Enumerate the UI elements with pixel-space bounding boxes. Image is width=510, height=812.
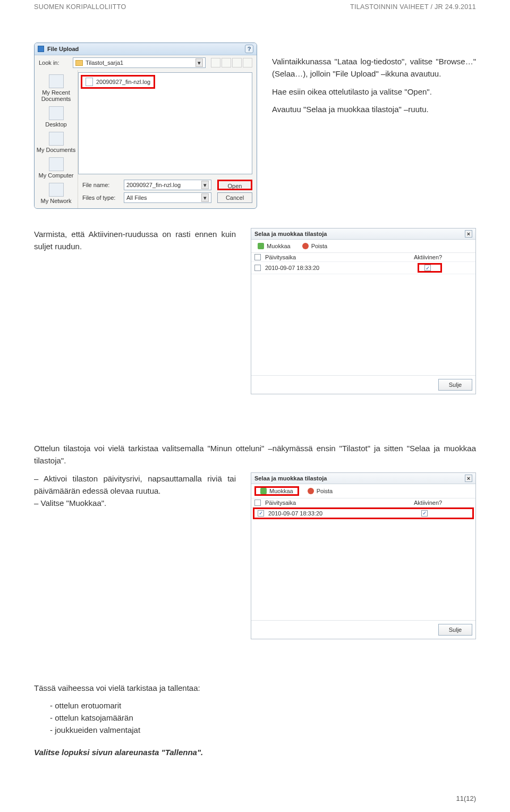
documents-icon: [49, 132, 64, 146]
sulje-button[interactable]: Sulje: [438, 624, 472, 636]
stats-dialog-1: Selaa ja muokkaa tilastoja × Muokkaa Poi…: [251, 228, 476, 394]
plus-icon: [260, 488, 267, 494]
look-in-label: Look in:: [39, 60, 70, 66]
col-header-active: Aktiivinen?: [414, 500, 472, 506]
nav-up-icon[interactable]: [222, 58, 231, 67]
view-menu-icon[interactable]: [243, 58, 252, 67]
poista-button[interactable]: Poista: [299, 242, 331, 250]
file-type-value: All Files: [126, 194, 147, 201]
help-icon[interactable]: ?: [245, 45, 253, 53]
sulje-button[interactable]: Sulje: [438, 379, 472, 391]
doc-header-right: TILASTOINNIN VAIHEET / JR 24.9.2011: [350, 3, 476, 11]
doc-header-left: SUOMEN KORIPALLOLIITTO: [34, 3, 126, 11]
col-header-date: Päivitysaika: [265, 500, 414, 506]
sidebar-mydocs[interactable]: My Documents: [35, 130, 78, 155]
page-number: 11(12): [456, 794, 476, 802]
paragraph-1: Valintaikkunassa "Lataa log-tiedosto", v…: [272, 55, 476, 80]
new-folder-icon[interactable]: [232, 58, 242, 67]
minus-icon: [308, 488, 314, 494]
file-upload-dialog: File Upload ? Look in: Tilastot_sarja1 ▾: [34, 43, 257, 209]
computer-icon: [49, 157, 64, 171]
col-header-date: Päivitysaika: [265, 254, 414, 260]
folder-icon: [75, 60, 83, 66]
paragraph-2: Hae esiin oikea ottelutilasto ja valitse…: [272, 86, 476, 98]
sidebar-network[interactable]: My Network: [35, 181, 78, 206]
bullet-item: Aktivoi tilaston päivitysrivi, napsautta…: [34, 472, 236, 497]
sidebar-desktop[interactable]: Desktop: [35, 104, 78, 130]
file-name-label: File name:: [82, 182, 121, 188]
stats-row[interactable]: ✓ 2010-09-07 18:33:20 ✓: [253, 508, 474, 519]
recent-icon: [49, 74, 64, 88]
stats-dialog-2: Selaa ja muokkaa tilastoja × Muokkaa Poi…: [251, 472, 476, 639]
muokkaa-button[interactable]: Muokkaa: [254, 242, 294, 250]
file-list[interactable]: 20090927_fin-nzl.log: [78, 72, 252, 174]
file-icon: [86, 78, 93, 86]
active-checkbox[interactable]: ✓: [424, 265, 431, 271]
chevron-down-icon: ▾: [196, 58, 203, 67]
open-button[interactable]: Open: [217, 180, 252, 190]
bullet-item: Valitse "Muokkaa".: [34, 497, 236, 509]
row-checkbox[interactable]: ✓: [258, 510, 264, 517]
stats-list-area: [251, 274, 475, 375]
stats-row[interactable]: 2010-09-07 18:33:20 ✓: [251, 262, 475, 274]
bullet-item: joukkueiden valmentajat: [50, 724, 476, 736]
desktop-icon: [49, 106, 64, 120]
paragraph-7: Valitse lopuksi sivun alareunasta "Talle…: [34, 746, 476, 758]
file-name-input[interactable]: 20090927_fin-nzl.log ▾: [124, 180, 211, 190]
plus-icon: [258, 243, 264, 249]
window-icon: [38, 46, 44, 52]
active-checkbox[interactable]: ✓: [421, 510, 428, 517]
stats-list-area: [251, 519, 475, 620]
chevron-down-icon: ▾: [201, 193, 209, 202]
paragraph-5: Ottelun tilastoja voi vielä tarkistaa va…: [34, 442, 476, 467]
paragraph-6: Tässä vaiheessa voi vielä tarkistaa ja t…: [34, 682, 476, 694]
highlight-selected-file: 20090927_fin-nzl.log: [81, 75, 155, 89]
bullet-item: ottelun erotuomarit: [50, 699, 476, 712]
look-in-dropdown[interactable]: Tilastot_sarja1 ▾: [73, 57, 206, 68]
header-checkbox[interactable]: [254, 500, 261, 506]
sidebar-recent[interactable]: My Recent Documents: [35, 72, 78, 104]
chevron-down-icon: ▾: [201, 181, 209, 189]
minus-icon: [302, 243, 309, 249]
sidebar-mycomputer[interactable]: My Computer: [35, 155, 78, 181]
col-header-active: Aktiivinen?: [414, 254, 472, 260]
row-checkbox[interactable]: [254, 265, 261, 271]
paragraph-3: Avautuu "Selaa ja muokkaa tilastoja" –ru…: [272, 103, 476, 115]
row-date: 2010-09-07 18:33:20: [268, 510, 411, 517]
file-type-label: Files of type:: [82, 194, 121, 201]
row-date: 2010-09-07 18:33:20: [265, 265, 414, 271]
file-name: 20090927_fin-nzl.log: [96, 79, 150, 85]
cancel-button[interactable]: Cancel: [217, 192, 252, 203]
bullet-list-1: Aktivoi tilaston päivitysrivi, napsautta…: [34, 472, 236, 510]
file-type-dropdown[interactable]: All Files ▾: [124, 192, 211, 203]
muokkaa-button[interactable]: Muokkaa: [257, 487, 296, 495]
network-icon: [49, 183, 64, 197]
stats-dialog-title: Selaa ja muokkaa tilastoja: [254, 475, 327, 481]
file-upload-title: File Upload: [47, 46, 79, 52]
highlight-active-cell: ✓: [418, 263, 442, 273]
look-in-value: Tilastot_sarja1: [86, 60, 123, 66]
paragraph-4: Varmista, että Aktiivinen-ruudussa on ra…: [34, 228, 236, 253]
file-item[interactable]: 20090927_fin-nzl.log: [83, 77, 152, 87]
file-name-value: 20090927_fin-nzl.log: [126, 182, 181, 188]
close-icon[interactable]: ×: [465, 475, 472, 482]
header-checkbox[interactable]: [254, 254, 261, 260]
close-icon[interactable]: ×: [465, 230, 472, 238]
nav-back-icon[interactable]: [211, 58, 220, 67]
bullet-item: ottelun katsojamäärän: [50, 712, 476, 724]
bullet-list-2: ottelun erotuomarit ottelun katsojamäärä…: [50, 699, 476, 737]
highlight-muokkaa: Muokkaa: [254, 486, 299, 496]
stats-dialog-title: Selaa ja muokkaa tilastoja: [254, 231, 327, 237]
poista-button[interactable]: Poista: [304, 486, 336, 496]
